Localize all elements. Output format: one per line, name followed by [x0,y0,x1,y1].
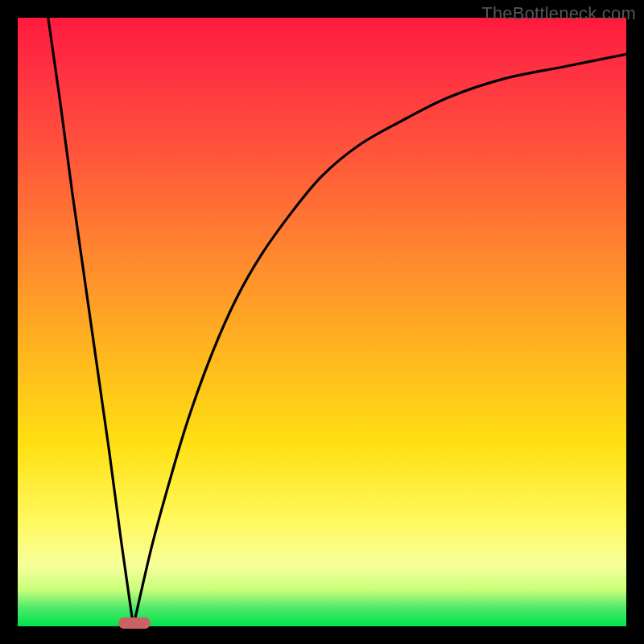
plot-area [18,18,626,626]
curve-layer [18,18,626,626]
curve-right-branch [134,54,626,626]
vertex-marker [118,617,151,629]
watermark-text: TheBottleneck.com [481,3,636,24]
chart-frame: TheBottleneck.com [0,0,644,644]
curve-left-branch [48,18,134,626]
